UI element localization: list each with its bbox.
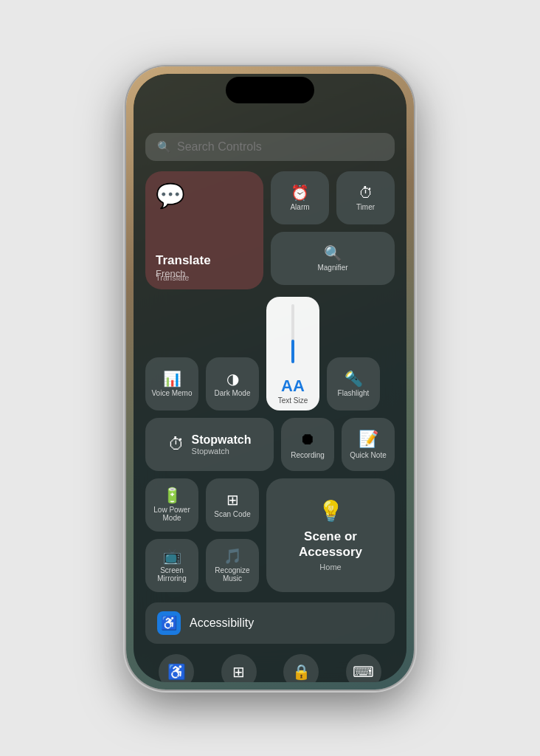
phone-screen: 🔍 💬 Translate French Translate: [134, 74, 406, 682]
alarm-label: Alarm: [290, 203, 309, 211]
translate-title: Translate: [156, 253, 211, 268]
bottom-dock: ♿ ⊞ 🔒 ⌨: [145, 650, 395, 682]
lowpower-label: Low Power Mode: [145, 506, 198, 522]
recognizemusic-button[interactable]: 🎵 Recognize Music: [206, 539, 259, 592]
magnifier-label: Magnifier: [317, 264, 347, 272]
textsize-label: Text Size: [278, 396, 308, 405]
row-3: ⏱ Stopwatch Stopwatch ⏺ Recording 📝 Quic…: [145, 418, 395, 471]
translate-icon: 💬: [156, 182, 185, 210]
magnifier-icon: 🔍: [324, 246, 342, 261]
lowpower-button[interactable]: 🔋 Low Power Mode: [145, 478, 198, 532]
dock-keyboard-button[interactable]: ⌨: [346, 654, 381, 682]
voicememo-icon: 📊: [163, 371, 181, 386]
flashlight-label: Flashlight: [338, 389, 370, 397]
screenmirroring-button[interactable]: 📺 Screen Mirroring: [145, 539, 198, 592]
recognizemusic-label: Recognize Music: [206, 566, 259, 583]
textsize-fill: [291, 340, 294, 363]
stopwatch-main: Stopwatch: [192, 433, 252, 447]
stopwatch-text: Stopwatch Stopwatch: [192, 433, 252, 456]
timer-button[interactable]: ⏱ Timer: [336, 171, 395, 224]
accessibility-icon: ♿: [161, 615, 177, 631]
dynamic-island: [226, 77, 314, 103]
stopwatch-button[interactable]: ⏱ Stopwatch Stopwatch: [145, 418, 274, 471]
bottom-section: ♿ Accessibility ♿ ⊞ 🔒 ⌨: [145, 602, 395, 682]
recognizemusic-icon: 🎵: [224, 549, 242, 563]
scene-button[interactable]: 💡 Scene or Accessory Home: [266, 478, 395, 592]
lowpower-icon: 🔋: [163, 488, 181, 503]
textsize-aa: AA: [281, 378, 305, 394]
magnifier-row: 🔍 Magnifier: [271, 232, 395, 285]
scancode-icon: ⊞: [226, 492, 239, 507]
recording-icon: ⏺: [300, 430, 316, 449]
scancode-button[interactable]: ⊞ Scan Code: [206, 478, 259, 532]
alarm-timer-row: ⏰ Alarm ⏱ Timer: [271, 171, 395, 224]
translate-button[interactable]: 💬 Translate French Translate: [145, 171, 263, 289]
scancode-label: Scan Code: [214, 510, 250, 518]
dock-lock-icon: 🔒: [292, 663, 311, 681]
dock-lock-button[interactable]: 🔒: [283, 654, 319, 682]
row-1: 💬 Translate French Translate ⏰ Alarm: [145, 171, 395, 289]
accessibility-icon-wrap: ♿: [157, 611, 181, 635]
screenmirroring-label: Screen Mirroring: [145, 566, 198, 583]
flashlight-icon: 🔦: [345, 371, 363, 386]
timer-label: Timer: [356, 203, 375, 211]
textsize-button[interactable]: AA Text Size: [266, 297, 319, 410]
alarm-icon: ⏰: [291, 185, 309, 200]
quicknote-icon: 📝: [359, 430, 378, 449]
dock-accessibility-icon: ♿: [167, 663, 186, 681]
dock-grid-icon: ⊞: [232, 663, 245, 681]
right-col-1: ⏰ Alarm ⏱ Timer 🔍 Magnifier: [271, 171, 395, 285]
dock-grid-button[interactable]: ⊞: [221, 654, 257, 682]
row-2: 📊 Voice Memo ◑ Dark Mode AA Text Size 🔦: [145, 297, 395, 410]
alarm-button[interactable]: ⏰ Alarm: [271, 171, 329, 224]
scene-icon: 💡: [318, 499, 344, 523]
search-icon: 🔍: [157, 140, 171, 154]
stopwatch-sub: Stopwatch: [192, 447, 229, 456]
search-input[interactable]: [177, 140, 383, 154]
quicknote-label: Quick Note: [350, 451, 386, 459]
accessibility-button[interactable]: ♿ Accessibility: [145, 602, 395, 644]
voicememo-button[interactable]: 📊 Voice Memo: [145, 357, 198, 410]
phone-frame: 🔍 💬 Translate French Translate: [126, 66, 414, 690]
darkmode-button[interactable]: ◑ Dark Mode: [206, 357, 259, 410]
textsize-slider: [291, 304, 294, 363]
scene-title: Scene or Accessory: [278, 529, 383, 560]
magnifier-button[interactable]: 🔍 Magnifier: [271, 232, 395, 285]
recording-label: Recording: [291, 451, 325, 459]
dock-keyboard-icon: ⌨: [353, 663, 374, 681]
control-center: 🔍 💬 Translate French Translate: [134, 74, 406, 682]
accessibility-label: Accessibility: [190, 616, 254, 630]
scene-label: Home: [319, 563, 341, 571]
darkmode-icon: ◑: [226, 371, 239, 386]
timer-icon: ⏱: [359, 185, 373, 200]
darkmode-label: Dark Mode: [215, 389, 251, 397]
recording-button[interactable]: ⏺ Recording: [281, 418, 334, 471]
translate-footer: Translate: [156, 273, 189, 282]
flashlight-button[interactable]: 🔦 Flashlight: [327, 357, 380, 410]
voicememo-label: Voice Memo: [151, 389, 192, 397]
dock-accessibility-button[interactable]: ♿: [159, 654, 194, 682]
screenmirroring-icon: 📺: [163, 549, 181, 563]
stopwatch-icon: ⏱: [168, 435, 184, 454]
search-bar[interactable]: 🔍: [145, 133, 395, 161]
row-4: 🔋 Low Power Mode 📺 Screen Mirroring ⊞ Sc…: [145, 478, 395, 592]
quicknote-button[interactable]: 📝 Quick Note: [342, 418, 395, 471]
